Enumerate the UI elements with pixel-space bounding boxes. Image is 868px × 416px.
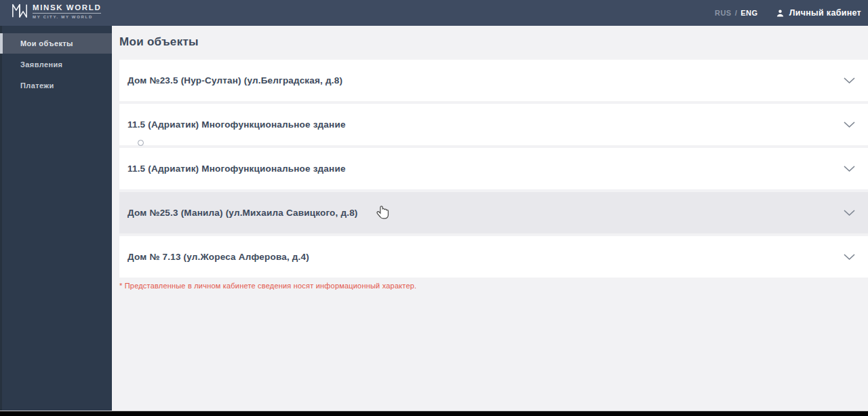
- logo[interactable]: MINSK WORLD MY CITY. MY WORLD: [0, 0, 101, 19]
- account-button[interactable]: Личный кабинет: [775, 8, 861, 18]
- user-icon: [775, 8, 785, 18]
- object-accordion-row-1[interactable]: 11.5 (Адриатик) Многофункциональное здан…: [119, 104, 868, 145]
- page-title: Мои объекты: [119, 35, 868, 49]
- main-content: Мои объекты Дом №23.5 (Нур-Султан) (ул.Б…: [112, 26, 868, 411]
- language-switcher: RUS / ENG: [715, 9, 758, 17]
- topbar-right: RUS / ENG Личный кабинет: [715, 0, 868, 20]
- sidebar-item-label: Платежи: [20, 81, 54, 90]
- object-label: 11.5 (Адриатик) Многофункциональное здан…: [127, 164, 346, 174]
- sidebar: Мои объекты Заявления Платежи: [0, 20, 112, 411]
- sidebar-item-0[interactable]: Мои объекты: [0, 33, 112, 54]
- object-accordion-row-4[interactable]: Дом № 7.13 (ул.Жореса Алферова, д.4): [119, 236, 868, 278]
- chevron-down-icon[interactable]: [844, 77, 855, 84]
- logo-title: MINSK WORLD: [33, 3, 101, 14]
- object-label: 11.5 (Адриатик) Многофункциональное здан…: [127, 119, 346, 130]
- sidebar-item-1[interactable]: Заявления: [0, 54, 112, 75]
- cursor-pointer-icon: [375, 202, 391, 221]
- lang-rus-link[interactable]: RUS: [715, 9, 732, 17]
- object-accordion-row-2[interactable]: 11.5 (Адриатик) Многофункциональное здан…: [119, 148, 868, 189]
- chevron-down-icon[interactable]: [844, 210, 855, 216]
- sidebar-item-2[interactable]: Платежи: [0, 75, 112, 96]
- account-label: Личный кабинет: [789, 8, 861, 18]
- sidebar-nav: Мои объекты Заявления Платежи: [0, 33, 112, 96]
- sidebar-item-label: Заявления: [20, 60, 62, 69]
- window-bottom-edge: [0, 411, 868, 416]
- footnote: * Представленные в личном кабинете сведе…: [119, 282, 868, 290]
- chevron-down-icon[interactable]: [844, 254, 855, 261]
- object-accordion-row-3[interactable]: Дом №25.3 (Манила) (ул.Михаила Савицкого…: [119, 192, 868, 233]
- object-label: Дом № 7.13 (ул.Жореса Алферова, д.4): [127, 252, 309, 262]
- mw-logo-icon: [12, 3, 28, 19]
- chevron-down-icon[interactable]: [844, 121, 855, 128]
- object-label: Дом №23.5 (Нур-Султан) (ул.Белградская, …: [127, 75, 342, 86]
- lang-eng-link[interactable]: ENG: [741, 9, 757, 17]
- topbar: MINSK WORLD MY CITY. MY WORLD RUS / ENG …: [0, 0, 868, 26]
- chevron-down-icon[interactable]: [844, 166, 855, 172]
- sidebar-item-label: Мои объекты: [20, 39, 73, 48]
- logo-tagline: MY CITY. MY WORLD: [33, 15, 101, 19]
- object-accordion-row-0[interactable]: Дом №23.5 (Нур-Султан) (ул.Белградская, …: [119, 60, 868, 101]
- object-label: Дом №25.3 (Манила) (ул.Михаила Савицкого…: [127, 208, 358, 218]
- objects-list: Дом №23.5 (Нур-Султан) (ул.Белградская, …: [119, 60, 868, 278]
- logo-text: MINSK WORLD MY CITY. MY WORLD: [33, 3, 101, 19]
- lang-divider: /: [735, 9, 738, 17]
- circle-indicator: [138, 140, 144, 146]
